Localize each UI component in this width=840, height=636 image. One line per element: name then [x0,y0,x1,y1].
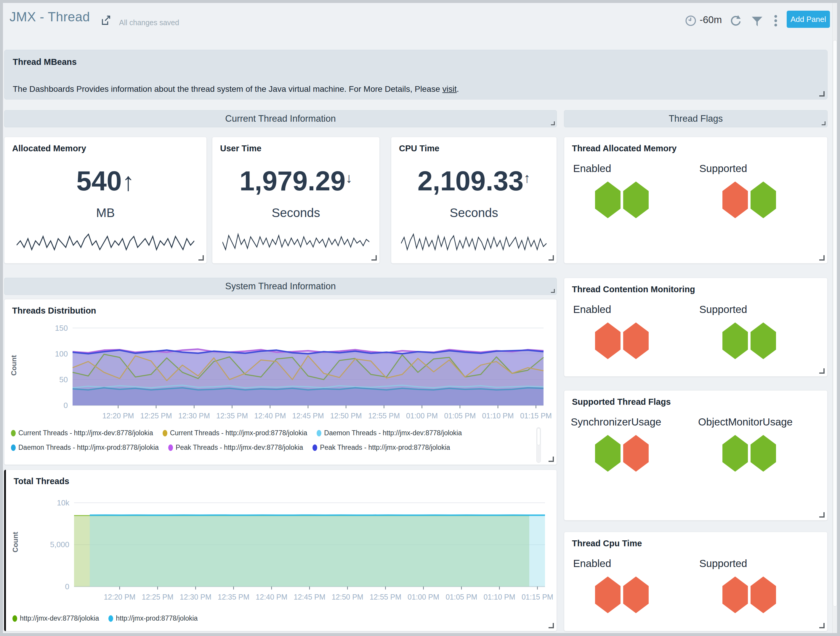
page-title: JMX - Thread [9,9,90,24]
kebab-menu-icon[interactable] [774,15,778,27]
hex-indicator-group [722,576,776,613]
hexagon-green-indicator [750,435,776,472]
legend-series-dot [163,430,167,436]
time-range-picker[interactable]: -60m [699,14,722,25]
add-panel-button[interactable]: Add Panel [787,11,830,28]
resize-handle[interactable] [819,255,824,260]
stat-panel-user-time: User Time 1,979.29↓ Seconds [212,137,380,264]
legend-item[interactable]: Daemon Threads - http://jmx-prod:8778/jo… [11,443,159,451]
sparkline [17,232,194,251]
hexagon-orange-indicator [722,576,748,613]
sparkline [401,232,546,251]
stat-title: CPU Time [399,144,439,153]
mbeans-description-text: The Dashboards Provides information abou… [13,84,442,93]
filter-icon[interactable] [751,16,763,27]
total-threads-chart: 05,00010kCount12:20 PM12:25 PM12:30 PM12… [6,492,557,608]
page-scrollbar-thumb[interactable] [833,40,837,607]
hexagon-orange-indicator [750,576,776,613]
flag-panel-thread-allocated-memory: Thread Allocated Memory Enabled Supporte… [564,137,827,264]
legend-series-label: Daemon Threads - http://jmx-prod:8778/jo… [18,443,159,451]
chart-legend: http://jmx-dev:8778/jolokiahttp://jmx-pr… [13,614,531,622]
stat-unit: MB [5,206,207,220]
resize-handle[interactable] [549,456,554,462]
resize-handle[interactable] [551,289,555,293]
flag-panel-supported-thread-flags: Supported Thread Flags SynchronizerUsage… [564,390,827,521]
hexagon-orange-indicator [722,181,748,218]
total-threads-panel: Total Threads 05,00010kCount12:20 PM12:2… [4,470,557,631]
svg-text:01:00 PM: 01:00 PM [406,412,438,420]
svg-text:Count: Count [11,532,19,552]
hex-indicator-group [722,435,776,472]
svg-text:01:15 PM: 01:15 PM [522,593,553,601]
legend-item[interactable]: Peak Threads - http://jmx-dev:8778/jolok… [168,443,303,451]
legend-item[interactable]: http://jmx-dev:8778/jolokia [13,614,99,622]
svg-text:0: 0 [64,401,68,410]
dashboard-page: JMX - Thread All changes saved -60m Add … [3,3,837,633]
hex-indicator-group [595,322,649,359]
svg-text:12:45 PM: 12:45 PM [294,593,325,601]
legend-series-dot [13,615,17,622]
svg-text:12:50 PM: 12:50 PM [332,593,363,601]
legend-item[interactable]: http://jmx-prod:8778/jolokia [108,614,197,622]
resize-handle[interactable] [199,255,204,260]
svg-text:12:45 PM: 12:45 PM [292,412,324,420]
hexagon-green-indicator [722,322,748,359]
hex-indicator-group [722,322,776,359]
stat-panel-allocated-memory: Allocated Memory 540↑ MB [4,137,207,264]
hex-indicator-group [595,435,649,472]
resize-handle[interactable] [819,91,824,96]
svg-text:12:30 PM: 12:30 PM [178,412,210,420]
svg-text:12:50 PM: 12:50 PM [330,412,362,420]
flag-panel-thread-contention-monitoring: Thread Contention Monitoring Enabled Sup… [564,278,827,377]
svg-text:10k: 10k [57,498,69,507]
resize-handle[interactable] [371,255,377,260]
svg-text:12:40 PM: 12:40 PM [256,593,287,601]
svg-text:12:55 PM: 12:55 PM [369,593,401,601]
resize-handle[interactable] [551,122,555,125]
legend-item[interactable]: Current Threads - http://jmx-dev:8778/jo… [11,429,153,437]
legend-item[interactable]: Daemon Threads - http://jmx-dev:8778/jol… [317,429,462,437]
svg-text:01:10 PM: 01:10 PM [484,593,515,601]
legend-scrollbar-thumb[interactable] [537,428,540,445]
svg-text:100: 100 [55,349,68,358]
svg-text:01:10 PM: 01:10 PM [482,412,514,420]
clock-icon[interactable] [685,15,696,27]
stat-title: User Time [220,144,262,153]
refresh-icon[interactable] [729,14,742,27]
visit-link[interactable]: visit [442,84,456,93]
flag-panel-thread-cpu-time: Thread Cpu Time Enabled Supported [564,532,827,631]
mbeans-description: The Dashboards Provides information abou… [13,84,459,94]
share-icon[interactable] [100,15,112,27]
resize-handle[interactable] [819,512,824,518]
save-status: All changes saved [119,18,179,27]
trend-down-icon: ↓ [346,170,352,186]
legend-series-dot [11,430,16,436]
chart-title: Total Threads [14,477,69,486]
resize-handle[interactable] [819,368,824,374]
svg-text:50: 50 [59,375,68,384]
stat-panel-cpu-time: CPU Time 2,109.33↑ Seconds [391,137,557,264]
resize-handle[interactable] [549,623,554,628]
hexagon-orange-indicator [595,322,621,359]
legend-item[interactable]: Current Threads - http://jmx-prod:8778/j… [163,429,308,437]
legend-item[interactable]: Peak Threads - http://jmx-prod:8778/jolo… [313,443,450,451]
legend-series-label: http://jmx-prod:8778/jolokia [116,614,197,622]
trend-up-icon: ↑ [524,170,531,186]
app-window: JMX - Thread All changes saved -60m Add … [0,0,840,636]
legend-series-label: Peak Threads - http://jmx-prod:8778/jolo… [320,443,450,451]
resize-handle[interactable] [819,623,824,628]
hexagon-orange-indicator [623,435,649,472]
svg-text:12:25 PM: 12:25 PM [141,412,172,420]
legend-scrollbar[interactable] [537,427,541,463]
resize-handle[interactable] [822,122,826,125]
hexagon-green-indicator [595,435,621,472]
hex-indicator-group [722,181,776,218]
svg-text:12:35 PM: 12:35 PM [218,593,249,601]
svg-text:12:30 PM: 12:30 PM [180,593,212,601]
resize-handle[interactable] [549,255,554,260]
stat-value: 540↑ [5,166,207,197]
legend-series-label: Peak Threads - http://jmx-dev:8778/jolok… [176,443,303,451]
mbeans-title: Thread MBeans [13,57,77,67]
section-current-thread-information: Current Thread Information [4,110,557,127]
svg-text:01:05 PM: 01:05 PM [444,412,476,420]
